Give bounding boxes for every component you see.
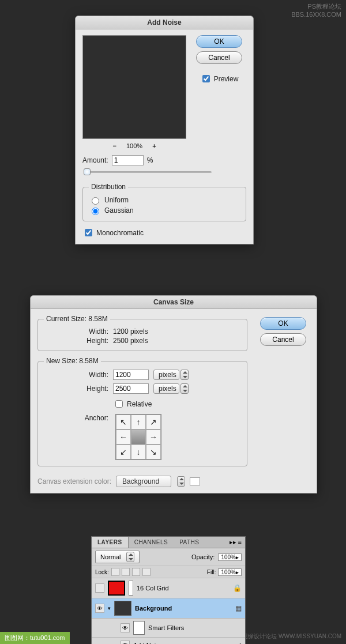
current-size-group: Current Size: 8.58M Width:1200 pixels He… xyxy=(37,315,247,351)
new-size-group: New Size: 8.58M Width: pixels Height: pi… xyxy=(37,357,247,466)
layer-thumbnail xyxy=(114,601,131,616)
tab-channels[interactable]: CHANNELS xyxy=(129,537,174,548)
ok-button[interactable]: OK xyxy=(196,35,242,48)
zoom-in-button[interactable]: + xyxy=(144,142,164,149)
current-height-value: 2500 pixels xyxy=(113,337,148,345)
layer-name: 16 Col Grid xyxy=(137,585,169,592)
filter-options-icon[interactable]: ⇄ xyxy=(236,641,242,645)
lock-image-icon[interactable] xyxy=(122,568,130,576)
canvas-size-dialog: Canvas Size Current Size: 8.58M Width:12… xyxy=(30,295,317,494)
height-unit-select[interactable]: pixels xyxy=(153,383,179,394)
smart-filters-label: Smart Filters xyxy=(148,624,184,631)
current-width-value: 1200 pixels xyxy=(113,327,148,336)
mask-thumbnail xyxy=(129,581,133,596)
filter-row[interactable]: 👁 Add Noise ⇄ xyxy=(92,638,245,644)
watermark-bottom-left: 图图网：tutu001.com xyxy=(0,632,70,644)
smart-filters-row[interactable]: 👁 Smart Filters xyxy=(92,619,245,638)
cancel-button[interactable]: Cancel xyxy=(196,51,242,64)
relative-checkbox[interactable]: Relative xyxy=(113,398,152,409)
amount-slider[interactable] xyxy=(82,168,215,176)
width-unit-stepper[interactable] xyxy=(180,370,189,380)
noise-preview[interactable] xyxy=(82,35,186,139)
panel-menu-icon[interactable]: ▸▸ ≡ xyxy=(226,537,245,548)
amount-unit: % xyxy=(147,156,153,164)
smart-object-icon: ▦ xyxy=(235,604,242,612)
anchor-grid[interactable]: ↖↑↗ ←→ ↙↓↘ xyxy=(115,414,161,460)
new-height-input[interactable] xyxy=(113,383,149,394)
lock-transparency-icon[interactable] xyxy=(111,568,119,576)
tab-paths[interactable]: PATHS xyxy=(174,537,205,548)
lock-all-icon[interactable] xyxy=(142,568,151,576)
layer-thumbnail xyxy=(108,581,125,596)
watermark-bottom-right: 思缘设计论坛 WWW.MISSYUAN.COM xyxy=(242,632,341,641)
zoom-controls: − 100% + xyxy=(82,142,186,149)
visibility-toggle[interactable]: 👁 xyxy=(95,604,104,613)
new-width-input[interactable] xyxy=(113,370,149,380)
monochromatic-checkbox[interactable]: Monochromatic xyxy=(82,227,144,238)
fill-label: Fill: xyxy=(207,569,216,575)
layer-row[interactable]: 👁 ▾ Background ▦ xyxy=(92,598,245,619)
layer-name: Background xyxy=(135,605,172,612)
filter-name: Add Noise xyxy=(133,642,163,645)
preview-checkbox[interactable]: Preview xyxy=(200,73,239,84)
cancel-button[interactable]: Cancel xyxy=(260,333,306,346)
lock-position-icon[interactable] xyxy=(132,568,140,576)
uniform-radio[interactable]: Uniform xyxy=(89,195,240,205)
extension-color-swatch[interactable] xyxy=(190,477,200,485)
extension-color-select[interactable]: Background xyxy=(116,476,171,487)
add-noise-dialog: Add Noise − 100% + OK Cancel Preview xyxy=(75,16,254,244)
height-unit-stepper[interactable] xyxy=(180,383,189,394)
opacity-label: Opacity: xyxy=(191,553,215,560)
amount-label: Amount: xyxy=(82,156,108,164)
opacity-input[interactable]: 100% ▸ xyxy=(218,553,242,561)
width-unit-select[interactable]: pixels xyxy=(153,370,179,380)
tab-layers[interactable]: LAYERS xyxy=(92,537,129,548)
zoom-out-button[interactable]: − xyxy=(104,142,124,149)
lock-label: Lock: xyxy=(95,569,109,575)
dialog-title: Add Noise xyxy=(76,16,253,29)
layer-row[interactable]: 16 Col Grid 🔒 xyxy=(92,578,245,598)
distribution-group: Distribution Uniform Gaussian xyxy=(82,183,246,221)
dialog-title: Canvas Size xyxy=(31,296,317,309)
extension-color-stepper[interactable] xyxy=(177,476,185,487)
extension-color-label: Canvas extension color: xyxy=(37,477,111,485)
visibility-toggle[interactable] xyxy=(95,583,104,593)
ok-button[interactable]: OK xyxy=(260,317,306,330)
visibility-toggle[interactable]: 👁 xyxy=(121,623,130,632)
smart-filters-icon xyxy=(133,621,145,635)
fill-input[interactable]: 100% ▸ xyxy=(218,568,242,576)
gaussian-radio[interactable]: Gaussian xyxy=(89,206,240,215)
lock-icon: 🔒 xyxy=(233,584,242,592)
amount-input[interactable] xyxy=(112,155,144,165)
blend-mode-select[interactable]: Normal xyxy=(95,551,140,563)
layers-panel: LAYERS CHANNELS PATHS ▸▸ ≡ Normal Opacit… xyxy=(91,536,246,644)
visibility-toggle[interactable]: 👁 xyxy=(121,641,130,645)
watermark-top-right: PS教程论坛 BBS.16XX8.COM xyxy=(291,2,341,18)
zoom-value: 100% xyxy=(126,142,142,149)
